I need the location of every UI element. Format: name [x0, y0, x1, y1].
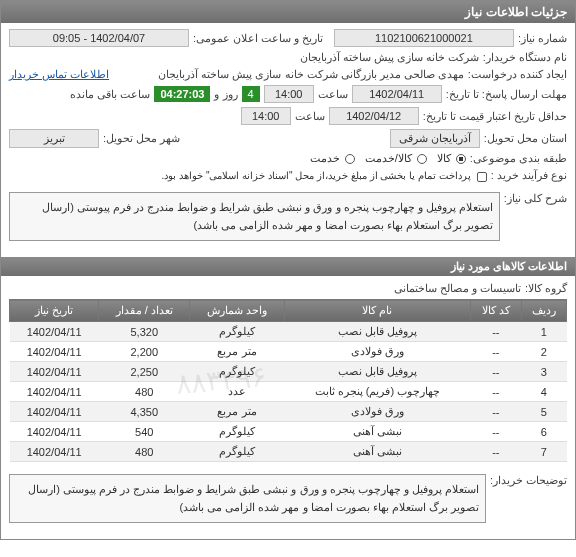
valid-label: حداقل تاریخ اعتبار قیمت تا تاریخ:	[423, 110, 567, 123]
panel-header: جزئیات اطلاعات نیاز	[1, 1, 575, 23]
table-cell: 1	[521, 322, 566, 342]
table-cell: ورق فولادی	[284, 402, 470, 422]
table-cell: --	[470, 402, 521, 422]
buyer-note-label: توضیحات خریدار:	[490, 474, 567, 487]
table-cell: ورق فولادی	[284, 342, 470, 362]
table-cell: --	[470, 322, 521, 342]
table-row[interactable]: 5--ورق فولادیمتر مربع4,3501402/04/11	[10, 402, 567, 422]
info-section: شماره نیاز: 1102100621000021 تاریخ و ساع…	[1, 23, 575, 257]
city-label: شهر محل تحویل:	[103, 132, 180, 145]
table-cell: 2	[521, 342, 566, 362]
table-cell: 5	[521, 402, 566, 422]
datetime-label: تاریخ و ساعت اعلان عمومی:	[193, 32, 323, 45]
table-header-cell: تاریخ نیاز	[10, 300, 99, 322]
radio-gs-label: کالا/خدمت	[365, 152, 412, 164]
table-cell: 4,350	[99, 402, 190, 422]
table-container: ردیفکد کالانام کالاواحد شمارشتعداد / مقد…	[9, 299, 567, 462]
table-cell: 540	[99, 422, 190, 442]
table-row[interactable]: 1--پروفیل قابل نصبکیلوگرم5,3201402/04/11	[10, 322, 567, 342]
table-header-cell: کد کالا	[470, 300, 521, 322]
org-value: شرکت خانه سازی پیش ساخته آذربایجان	[300, 51, 479, 64]
table-cell: متر مربع	[190, 342, 285, 362]
radio-dot-icon	[456, 154, 466, 164]
radio-service[interactable]: خدمت	[310, 152, 355, 165]
table-cell: کیلوگرم	[190, 362, 285, 382]
radio-dot-icon	[417, 154, 427, 164]
main-panel: جزئیات اطلاعات نیاز شماره نیاز: 11021006…	[0, 0, 576, 540]
table-header-cell: ردیف	[521, 300, 566, 322]
org-label: نام دستگاه خریدار:	[483, 51, 567, 64]
table-cell: --	[470, 422, 521, 442]
process-note: پرداخت تمام یا بخشی از مبلغ خرید،از محل …	[162, 170, 471, 181]
table-cell: کیلوگرم	[190, 442, 285, 462]
table-cell: کیلوگرم	[190, 422, 285, 442]
checkbox-icon	[477, 172, 487, 182]
table-cell: 1402/04/11	[10, 422, 99, 442]
valid-time: 14:00	[241, 107, 291, 125]
items-section: گروه کالا: تاسیسات و مصالح ساختمانی ردیف…	[1, 276, 575, 539]
items-table: ردیفکد کالانام کالاواحد شمارشتعداد / مقد…	[9, 299, 567, 462]
group-value: تاسیسات و مصالح ساختمانی	[394, 282, 521, 295]
table-cell: عدد	[190, 382, 285, 402]
buyer-note-box: استعلام پروفیل و چهارچوب پنجره و ورق و ن…	[9, 474, 486, 523]
table-row[interactable]: 3--پروفیل قابل نصبکیلوگرم2,2501402/04/11	[10, 362, 567, 382]
table-row[interactable]: 6--نبشی آهنیکیلوگرم5401402/04/11	[10, 422, 567, 442]
table-cell: 1402/04/11	[10, 342, 99, 362]
creator-value: مهدی صالحی مدیر بازرگانی شرکت خانه سازی …	[158, 68, 464, 81]
table-cell: 1402/04/11	[10, 382, 99, 402]
table-cell: 2,250	[99, 362, 190, 382]
deadline-date: 1402/04/11	[352, 85, 442, 103]
deadline-label: مهلت ارسال پاسخ: تا تاریخ:	[446, 88, 567, 101]
table-cell: 5,320	[99, 322, 190, 342]
table-cell: نبشی آهنی	[284, 442, 470, 462]
creator-label: ایجاد کننده درخواست:	[468, 68, 567, 81]
desc-box: استعلام پروفیل و چهارچوب پنجره و ورق و ن…	[9, 192, 500, 241]
city-value: تبریز	[9, 129, 99, 148]
radio-svc-label: خدمت	[310, 152, 340, 164]
valid-date: 1402/04/12	[329, 107, 419, 125]
table-row[interactable]: 4--چهارچوب (فریم) پنجره ثابتعدد4801402/0…	[10, 382, 567, 402]
radio-goods-label: کالا	[437, 152, 451, 164]
deadline-time-lbl: ساعت	[318, 88, 348, 101]
province-value: آذربایجان شرقی	[390, 129, 480, 148]
table-cell: 2,200	[99, 342, 190, 362]
radio-goods-service[interactable]: کالا/خدمت	[365, 152, 427, 165]
table-cell: چهارچوب (فریم) پنجره ثابت	[284, 382, 470, 402]
category-radio-group: کالا کالا/خدمت خدمت	[310, 152, 466, 165]
table-cell: 1402/04/11	[10, 442, 99, 462]
remain-suffix: ساعت باقی مانده	[70, 88, 150, 101]
category-label: طبقه بندی موضوعی:	[470, 152, 567, 165]
table-cell: 1402/04/11	[10, 362, 99, 382]
contact-link[interactable]: اطلاعات تماس خریدار	[9, 68, 109, 81]
items-header: اطلاعات کالاهای مورد نیاز	[1, 257, 575, 276]
table-header-cell: تعداد / مقدار	[99, 300, 190, 322]
table-cell: 1402/04/11	[10, 402, 99, 422]
table-cell: پروفیل قابل نصب	[284, 362, 470, 382]
table-cell: متر مربع	[190, 402, 285, 422]
table-row[interactable]: 7--نبشی آهنیکیلوگرم4801402/04/11	[10, 442, 567, 462]
remain-days-lbl: روز و	[214, 88, 237, 101]
table-cell: 7	[521, 442, 566, 462]
remain-days: 4	[242, 86, 260, 102]
table-cell: --	[470, 362, 521, 382]
table-cell: پروفیل قابل نصب	[284, 322, 470, 342]
table-cell: --	[470, 342, 521, 362]
valid-time-lbl: ساعت	[295, 110, 325, 123]
process-checkbox[interactable]	[475, 169, 487, 181]
table-cell: کیلوگرم	[190, 322, 285, 342]
table-row[interactable]: 2--ورق فولادیمتر مربع2,2001402/04/11	[10, 342, 567, 362]
radio-goods[interactable]: کالا	[437, 152, 466, 165]
group-label: گروه کالا:	[525, 282, 567, 295]
req-no-value: 1102100621000021	[334, 29, 514, 47]
table-cell: --	[470, 442, 521, 462]
req-no-label: شماره نیاز:	[518, 32, 567, 45]
table-cell: 6	[521, 422, 566, 442]
desc-label: شرح کلی نیاز:	[504, 192, 567, 205]
table-cell: 3	[521, 362, 566, 382]
table-cell: --	[470, 382, 521, 402]
table-cell: نبشی آهنی	[284, 422, 470, 442]
province-label: استان محل تحویل:	[484, 132, 567, 145]
datetime-value: 1402/04/07 - 09:05	[9, 29, 189, 47]
deadline-time: 14:00	[264, 85, 314, 103]
radio-dot-icon	[345, 154, 355, 164]
